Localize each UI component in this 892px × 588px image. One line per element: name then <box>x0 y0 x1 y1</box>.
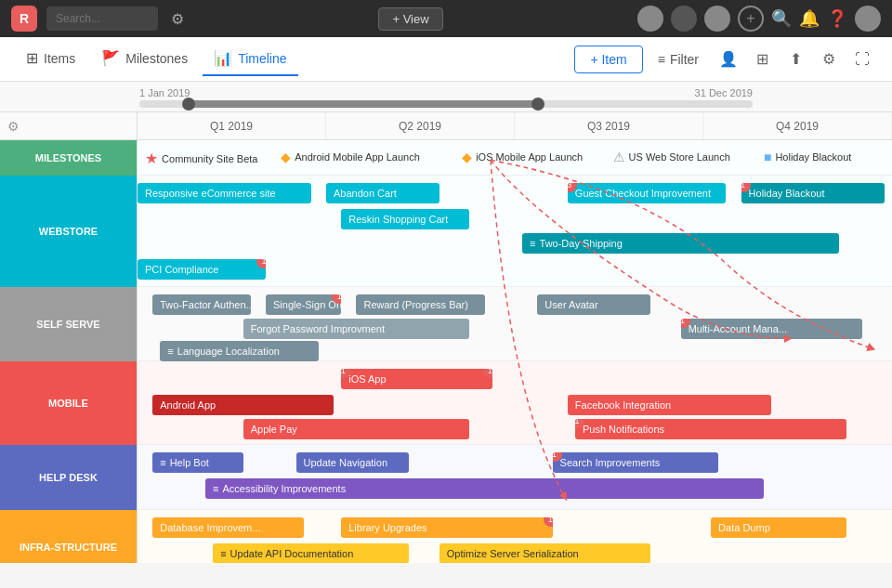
timeline-range-bar: 1 Jan 2019 31 Dec 2019 <box>0 82 892 112</box>
task-library-upgrades[interactable]: Library Upgrades 1 <box>341 517 552 538</box>
milestone-android: ◆ Android Mobile App Launch <box>281 150 420 164</box>
timeline-content: Q1 2019 Q2 2019 Q3 2019 Q4 2019 ★ Commun… <box>138 112 892 563</box>
task-guest-checkout[interactable]: 3 Guest Checkout Improvement <box>568 183 727 203</box>
task-number-lib: 1 <box>544 517 553 527</box>
task-apple-pay[interactable]: Apple Pay <box>243 419 470 439</box>
export-icon[interactable]: ⬆ <box>780 45 810 74</box>
task-facebook-integration[interactable]: Facebook Integration <box>568 395 771 415</box>
top-bar-center: + View <box>193 7 628 31</box>
api-icon: ≡ <box>220 548 226 559</box>
settings-icon[interactable]: ⚙ <box>814 45 844 74</box>
task-number-pci: 1 <box>256 259 266 268</box>
diamond2-icon: ◆ <box>462 150 472 164</box>
search-input[interactable] <box>46 7 158 31</box>
accessibility-icon: ≡ <box>213 483 218 494</box>
task-user-avatar[interactable]: User Avatar <box>537 294 650 315</box>
task-holiday-blackout-bar[interactable]: 1 Holiday Blackout <box>741 183 885 203</box>
view-button[interactable]: + View <box>378 7 442 31</box>
lang-icon: ≡ <box>167 346 173 357</box>
task-reward-progress[interactable]: Reward (Progress Bar) <box>356 294 484 315</box>
milestone-ios-label: iOS Mobile App Launch <box>476 151 583 163</box>
triangle-icon: ⚠ <box>613 150 625 164</box>
range-fill <box>189 100 538 108</box>
task-search-improvements[interactable]: 1 Search Improvements <box>553 452 719 473</box>
shipping-icon: ≡ <box>530 238 535 249</box>
avatar-2 <box>671 6 697 32</box>
task-number-ios-right: 1 <box>483 369 492 378</box>
milestone-holiday: ■ Holiday Blackout <box>764 150 851 164</box>
task-two-factor[interactable]: Two-Factor Authen... <box>152 294 251 315</box>
task-reskin-cart[interactable]: Reskin Shopping Cart <box>341 209 469 229</box>
person-settings-icon[interactable]: 👤 <box>714 45 743 74</box>
milestone-ios: ◆ iOS Mobile App Launch <box>462 150 583 164</box>
timeline-range-slider[interactable] <box>139 100 753 108</box>
task-language-localization[interactable]: ≡Language Localization <box>160 341 319 361</box>
q1-header: Q1 2019 <box>138 112 326 139</box>
task-help-bot[interactable]: ≡Help Bot <box>152 452 243 473</box>
top-bar: R ⚙ + View + 🔍 🔔 ❓ <box>0 0 892 37</box>
help-desk-label: HELP DESK <box>0 445 137 510</box>
task-forgot-password[interactable]: Forgot Password Improvment <box>243 319 470 339</box>
task-data-dump[interactable]: Data Dump <box>711 517 846 538</box>
filter-button[interactable]: ≡ Filter <box>647 46 710 72</box>
task-push-notifications[interactable]: 1 Push Notifications <box>575 419 846 439</box>
milestone-us-store-label: US Web Store Launch <box>629 151 730 163</box>
top-bar-right: + 🔍 🔔 ❓ <box>637 6 881 32</box>
task-android-app[interactable]: Android App <box>152 395 334 415</box>
task-accessibility[interactable]: ≡Accessibility Improvements <box>205 478 764 499</box>
webstore-label: WEBSTORE <box>0 176 137 287</box>
add-item-button[interactable]: + Item <box>574 46 642 73</box>
self-serve-label: SELF SERVE <box>0 287 137 361</box>
timeline-icon: 📊 <box>214 49 232 67</box>
milestone-community-label: Community Site Beta <box>162 153 257 164</box>
milestones-label: MILESTONES <box>0 140 137 176</box>
user-avatar[interactable] <box>855 6 881 32</box>
gear-icon[interactable]: ⚙ <box>171 10 184 28</box>
tab-timeline[interactable]: 📊 Timeline <box>203 42 297 76</box>
search-icon[interactable]: 🔍 <box>771 8 792 29</box>
fullscreen-icon[interactable]: ⛶ <box>847 45 877 74</box>
mobile-row: 1 iOS App 1 Android App Facebook Integra… <box>138 361 892 445</box>
task-number-ma: 1 <box>681 319 690 328</box>
task-database-improvements[interactable]: Database Improvem... <box>152 517 303 538</box>
task-single-sign-on[interactable]: Single-Sign On 1 <box>266 294 341 315</box>
help-bot-icon: ≡ <box>160 457 165 468</box>
flag-icon: 🚩 <box>101 49 120 67</box>
bell-icon[interactable]: 🔔 <box>799 8 820 29</box>
diamond-icon: ◆ <box>281 150 291 164</box>
task-responsive-ecommerce[interactable]: Responsive eCommerce site <box>138 183 311 203</box>
task-pci-compliance[interactable]: PCI Compliance 1 <box>138 259 266 280</box>
infrastructure-row: Database Improvem... Library Upgrades 1 … <box>138 510 892 563</box>
task-update-navigation[interactable]: Update Navigation <box>296 452 410 473</box>
help-icon[interactable]: ❓ <box>827 8 847 29</box>
range-handle-left[interactable] <box>182 98 195 111</box>
q4-header: Q4 2019 <box>703 112 892 139</box>
task-optimize-server[interactable]: Optimize Server Serialization <box>439 543 650 563</box>
tab-milestones[interactable]: 🚩 Milestones <box>90 42 199 76</box>
timeline-rows: ★ Community Site Beta ◆ Android Mobile A… <box>138 140 892 563</box>
q2-header: Q2 2019 <box>326 112 515 139</box>
add-member-button[interactable]: + <box>738 6 764 32</box>
task-update-api[interactable]: ≡Update API Documentation <box>213 543 409 563</box>
task-ios-app[interactable]: 1 iOS App 1 <box>341 369 492 389</box>
milestone-holiday-label: Holiday Blackout <box>775 151 851 163</box>
table-icon[interactable]: ⊞ <box>747 45 777 74</box>
task-number-ios-left: 1 <box>341 369 350 378</box>
task-number-search: 1 <box>553 452 562 462</box>
infrastructure-label: INFRA-STRUCTURE <box>0 510 137 563</box>
milestone-us-store: ⚠ US Web Store Launch <box>613 150 730 164</box>
range-end-label: 31 Dec 2019 <box>695 87 753 98</box>
app-logo[interactable]: R <box>11 6 37 32</box>
task-two-day-shipping[interactable]: ≡Two-Day Shipping <box>522 233 839 254</box>
task-number-hb: 1 <box>741 183 751 192</box>
milestones-row: ★ Community Site Beta ◆ Android Mobile A… <box>138 140 892 176</box>
row-settings-icon[interactable]: ⚙ <box>7 119 20 134</box>
timeline-main: ⚙ MILESTONES WEBSTORE SELF SERVE MOBILE … <box>0 112 892 563</box>
label-header: ⚙ <box>0 112 137 140</box>
self-serve-row: Two-Factor Authen... Single-Sign On 1 Re… <box>138 287 892 361</box>
range-handle-right[interactable] <box>531 98 544 111</box>
tab-items[interactable]: ⊞ Items <box>15 42 86 76</box>
mobile-label: MOBILE <box>0 361 137 445</box>
task-abandon-cart[interactable]: Abandon Cart <box>326 183 439 203</box>
task-multi-account[interactable]: 1 Multi-Account Mana... <box>681 319 862 339</box>
